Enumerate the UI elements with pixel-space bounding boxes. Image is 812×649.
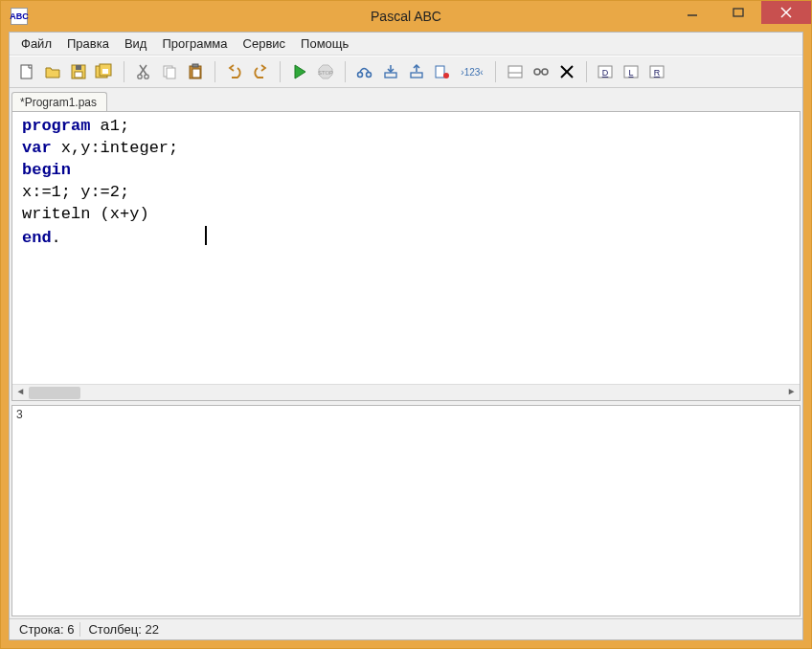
run-button[interactable] (288, 60, 311, 83)
watch-button[interactable] (530, 60, 553, 83)
copy-icon (161, 63, 178, 80)
copy-button[interactable] (158, 60, 181, 83)
menu-program[interactable]: Программа (154, 34, 235, 53)
step-out-button[interactable] (405, 60, 428, 83)
keyword: end (22, 229, 52, 247)
paste-button[interactable] (184, 60, 207, 83)
text-caret (205, 226, 207, 245)
toolbar-separator (214, 61, 215, 82)
app-icon: ABC (11, 8, 28, 25)
step-over-icon (355, 63, 374, 80)
close-panel-icon (558, 63, 575, 80)
window-controls (669, 1, 811, 24)
menu-service[interactable]: Сервис (236, 34, 294, 53)
status-col-label: Столбец: (88, 622, 145, 637)
breakpoint-button[interactable] (431, 60, 454, 83)
step-out-icon (408, 63, 425, 80)
undo-icon (226, 63, 243, 80)
minimize-button[interactable] (669, 1, 715, 24)
keyword: var (22, 139, 52, 157)
menubar: Файл Правка Вид Программа Сервис Помощь (10, 33, 802, 56)
close-panel-button[interactable] (555, 60, 578, 83)
save-all-button[interactable] (93, 60, 116, 83)
code-text: writeln (x+y) (22, 205, 149, 223)
svg-point-13 (138, 75, 142, 78)
titlebar[interactable]: ABC Pascal ABC (1, 1, 811, 32)
find-replace-icon: R (648, 63, 667, 80)
code-content: program a1; var x,y:integer; begin x:=1;… (12, 112, 800, 254)
scroll-left-arrow[interactable]: ◄ (12, 385, 29, 401)
horizontal-scrollbar[interactable]: ◄ ► (12, 384, 800, 400)
svg-rect-1 (733, 9, 743, 16)
editor-tab[interactable]: *Program1.pas (11, 92, 107, 112)
menu-file[interactable]: Файл (13, 34, 59, 53)
run-icon (291, 63, 308, 80)
panel-button[interactable] (504, 60, 527, 83)
client-area: Файл Правка Вид Программа Сервис Помощь … (9, 32, 803, 640)
svg-point-23 (358, 73, 363, 78)
syntax-check-icon: D (597, 63, 616, 80)
menu-edit[interactable]: Правка (59, 34, 117, 53)
svg-rect-31 (508, 66, 522, 78)
step-into-icon (382, 63, 399, 80)
svg-point-34 (542, 69, 548, 75)
status-col-value: 22 (145, 622, 158, 637)
svg-text:D: D (602, 68, 609, 78)
new-file-button[interactable] (15, 60, 38, 83)
code-editor[interactable]: program a1; var x,y:integer; begin x:=1;… (11, 111, 801, 401)
find-replace-button[interactable]: R (646, 60, 669, 83)
toolbar-separator (280, 61, 281, 82)
watch-expr-icon: ›123‹ (461, 67, 483, 78)
menu-help[interactable]: Помощь (293, 34, 356, 53)
step-over-button[interactable] (353, 60, 376, 83)
status-line-value: 6 (67, 622, 74, 637)
code-text: a1; (90, 117, 129, 135)
svg-text:STOP: STOP (318, 70, 333, 76)
menu-view[interactable]: Вид (117, 34, 155, 53)
toolbar-separator (124, 61, 124, 82)
watch-expr-button[interactable]: ›123‹ (457, 60, 487, 83)
list-errors-button[interactable]: L (620, 60, 643, 83)
keyword: program (22, 117, 90, 135)
cut-button[interactable] (132, 60, 155, 83)
maximize-button[interactable] (715, 1, 761, 24)
toolbar: STOP ›123‹ D L R (10, 56, 802, 88)
svg-rect-4 (21, 65, 32, 78)
svg-rect-6 (75, 72, 82, 78)
panel-icon (507, 63, 524, 80)
new-file-icon (18, 63, 35, 80)
svg-rect-18 (192, 69, 200, 78)
svg-point-33 (534, 69, 540, 75)
svg-rect-25 (385, 73, 396, 78)
open-file-button[interactable] (41, 60, 64, 83)
scroll-thumb[interactable] (29, 387, 80, 399)
svg-rect-10 (102, 69, 108, 74)
output-panel[interactable]: 3 (11, 405, 801, 616)
svg-point-14 (145, 75, 148, 78)
save-all-icon (95, 63, 114, 80)
scroll-track[interactable] (29, 385, 783, 401)
toolbar-separator (345, 61, 346, 82)
scroll-right-arrow[interactable]: ► (783, 385, 800, 401)
redo-button[interactable] (249, 60, 272, 83)
step-into-button[interactable] (379, 60, 402, 83)
paste-icon (187, 63, 204, 80)
svg-rect-16 (167, 68, 175, 78)
code-text: x:=1; y:=2; (22, 183, 129, 201)
svg-point-30 (443, 73, 449, 78)
stop-button[interactable]: STOP (314, 60, 337, 83)
status-line: Строка: 6 (13, 622, 80, 637)
cut-icon (135, 63, 152, 80)
close-button[interactable] (761, 1, 811, 24)
undo-button[interactable] (223, 60, 246, 83)
maximize-icon (733, 7, 744, 18)
svg-marker-20 (295, 65, 305, 78)
toolbar-separator (586, 61, 587, 82)
toolbar-separator (495, 61, 496, 82)
stop-icon: STOP (317, 63, 334, 80)
save-button[interactable] (67, 60, 90, 83)
syntax-check-button[interactable]: D (595, 60, 618, 83)
statusbar: Строка: 6 Столбец: 22 (10, 618, 802, 639)
breakpoint-icon (434, 63, 451, 80)
watch-icon (531, 63, 551, 80)
